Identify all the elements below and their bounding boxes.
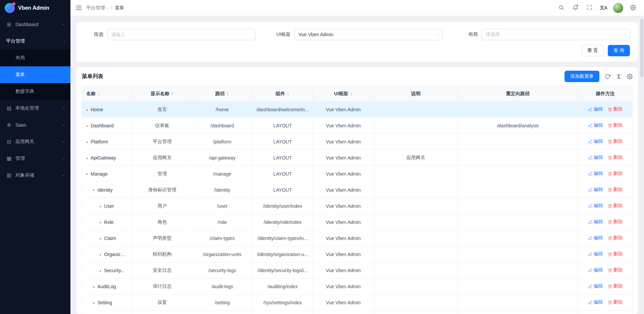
add-menu-button[interactable]: 添加新菜单 xyxy=(565,71,599,82)
expand-caret-icon[interactable]: › xyxy=(93,284,94,289)
delete-button[interactable]: 删除 xyxy=(608,283,623,289)
translate-button[interactable]: 文A xyxy=(598,2,609,14)
edit-icon xyxy=(588,252,592,256)
delete-button[interactable]: 删除 xyxy=(608,219,623,225)
sort-carets[interactable]: ▲▼ xyxy=(97,91,100,96)
edit-button[interactable]: 编辑 xyxy=(588,171,603,177)
column-header-ui[interactable]: UI框架▲▼ xyxy=(313,86,374,102)
topbar: 平台管理 › / 菜单 文A xyxy=(70,0,644,16)
expand-caret-icon[interactable]: › xyxy=(86,155,88,161)
expand-caret-icon[interactable]: › xyxy=(86,139,88,144)
fullscreen-button[interactable] xyxy=(584,2,595,14)
edit-button[interactable]: 编辑 xyxy=(588,106,603,112)
breadcrumb-root[interactable]: 平台管理 › xyxy=(86,5,108,11)
sort-carets[interactable]: ▲▼ xyxy=(171,91,174,96)
edit-button[interactable]: 编辑 xyxy=(588,235,603,241)
expand-caret-icon[interactable]: › xyxy=(86,123,88,128)
delete-icon xyxy=(608,252,612,256)
search-button[interactable] xyxy=(555,2,567,14)
sidebar-item-gateway[interactable]: ⊟应用网关› xyxy=(0,133,70,150)
column-settings-icon[interactable] xyxy=(627,74,633,79)
delete-button[interactable]: 删除 xyxy=(608,187,623,193)
sidebar-subitem-platform-0[interactable]: 布局 xyxy=(0,50,70,66)
column-header-display[interactable]: 显示名称▲▼ xyxy=(132,86,192,102)
edit-button[interactable]: 编辑 xyxy=(588,283,603,289)
sidebar-item-manage[interactable]: ▦管理› xyxy=(0,150,70,167)
expand-caret-icon[interactable]: › xyxy=(93,300,94,305)
sidebar-subitem-label: 布局 xyxy=(15,55,25,61)
expand-caret-icon[interactable]: › xyxy=(100,236,101,241)
column-header-path[interactable]: 路径▲▼ xyxy=(192,86,253,102)
delete-button[interactable]: 删除 xyxy=(608,203,623,209)
delete-button[interactable]: 删除 xyxy=(608,235,623,241)
app-root: Vben Admin ⊞Dashboard›平台管理›布局菜单数据字典▤本地化管… xyxy=(0,0,644,314)
delete-icon xyxy=(608,204,612,208)
cell-actions: 编辑删除 xyxy=(578,166,633,182)
expand-caret-icon[interactable]: › xyxy=(100,204,101,209)
ui-framework-select[interactable]: Vue Vben Admin › xyxy=(294,29,443,40)
search-submit-button[interactable]: 查 询 xyxy=(608,45,630,56)
edit-button[interactable]: 编辑 xyxy=(588,154,603,161)
expand-caret-icon[interactable]: › xyxy=(100,252,101,257)
delete-button[interactable]: 删除 xyxy=(608,267,623,273)
sidebar-submenu-platform: 布局菜单数据字典 xyxy=(0,50,70,100)
cell-component: LAYOUT xyxy=(253,150,313,166)
sidebar-item-saas[interactable]: ⊕Saas› xyxy=(0,117,70,133)
edit-button[interactable]: 编辑 xyxy=(588,299,603,305)
delete-button[interactable]: 删除 xyxy=(608,106,623,112)
cell-empty xyxy=(192,311,253,314)
sidebar-item-platform[interactable]: 平台管理› xyxy=(0,33,70,50)
scrollbar-thumb[interactable] xyxy=(640,19,643,77)
edit-button[interactable]: 编辑 xyxy=(588,138,603,144)
cell-name: ›Security... xyxy=(82,262,132,278)
sort-carets[interactable]: ▲▼ xyxy=(287,91,289,96)
sidebar-item-storage[interactable]: ▥对象存储› xyxy=(0,167,70,184)
column-header-component[interactable]: 组件▲▼ xyxy=(253,86,313,102)
expand-caret-icon[interactable]: › xyxy=(100,220,101,225)
sort-carets[interactable]: ▲▼ xyxy=(226,91,229,96)
edit-button[interactable]: 编辑 xyxy=(588,122,603,128)
delete-button[interactable]: 删除 xyxy=(608,251,623,257)
avatar[interactable] xyxy=(613,3,623,13)
filter-keyword-input[interactable] xyxy=(107,29,256,40)
notification-button[interactable] xyxy=(570,2,581,14)
edit-button[interactable]: 编辑 xyxy=(588,187,603,193)
edit-button[interactable]: 编辑 xyxy=(588,267,603,273)
sidebar-subitem-platform-1[interactable]: 菜单 xyxy=(0,66,70,83)
delete-button[interactable]: 删除 xyxy=(608,299,623,305)
edit-button[interactable]: 编辑 xyxy=(588,251,603,257)
reset-button[interactable]: 重 置 xyxy=(582,45,604,56)
cell-description xyxy=(374,246,458,262)
edit-button[interactable]: 编辑 xyxy=(588,219,603,225)
sidebar-item-dashboard[interactable]: ⊞Dashboard› xyxy=(0,16,70,33)
sort-carets[interactable]: ▲▼ xyxy=(350,91,353,96)
settings-button[interactable] xyxy=(627,2,639,14)
cell-name: ›Manage xyxy=(82,166,132,182)
filter-panel: 筛选 UI框架 Vue Vben Admin › 布局 请选择 xyxy=(76,22,638,62)
sidebar-item-localization[interactable]: ▤本地化管理› xyxy=(0,100,70,117)
cell-empty xyxy=(578,311,633,314)
scrollbar[interactable] xyxy=(640,17,643,314)
sidebar-subitem-platform-2[interactable]: 数据字典 xyxy=(0,83,70,100)
delete-button[interactable]: 删除 xyxy=(608,122,623,128)
cell-name: ›Platform xyxy=(82,134,132,150)
refresh-icon[interactable] xyxy=(605,74,610,79)
layout-select[interactable]: 请选择 › xyxy=(482,29,630,40)
expand-caret-icon[interactable]: › xyxy=(86,107,88,112)
sidebar-collapse-icon[interactable] xyxy=(76,5,82,11)
edit-button[interactable]: 编辑 xyxy=(588,203,603,209)
expand-caret-icon[interactable]: › xyxy=(85,173,90,175)
cell-description xyxy=(374,118,458,134)
density-icon[interactable] xyxy=(616,74,622,79)
logo[interactable]: Vben Admin xyxy=(0,0,70,16)
delete-button[interactable]: 删除 xyxy=(608,154,623,161)
column-header-name[interactable]: 名称▲▼ xyxy=(82,86,132,102)
cell-redirect xyxy=(458,150,578,166)
delete-button[interactable]: 删除 xyxy=(608,171,623,177)
expand-caret-icon[interactable]: › xyxy=(91,189,96,191)
expand-caret-icon[interactable]: › xyxy=(100,268,101,273)
chevron-down-icon: › xyxy=(61,158,66,159)
delete-button[interactable]: 删除 xyxy=(608,138,623,144)
edit-icon xyxy=(588,236,592,240)
cell-redirect xyxy=(458,166,578,182)
